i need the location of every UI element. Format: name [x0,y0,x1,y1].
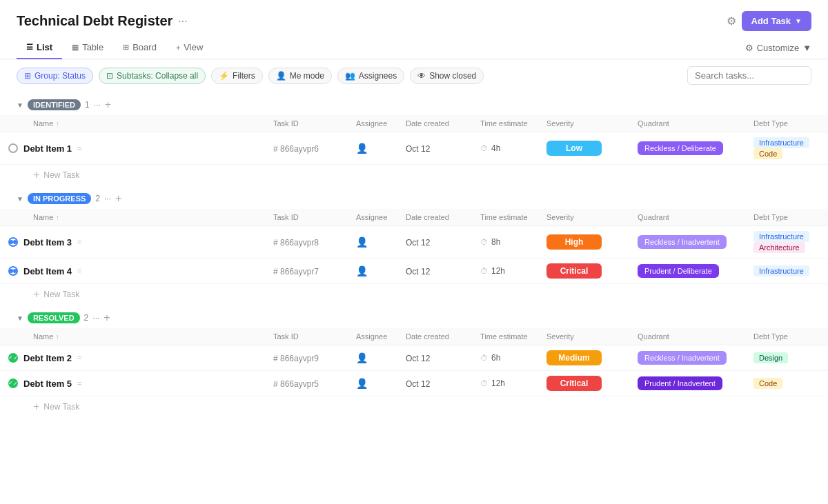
search-box[interactable] [687,66,811,85]
new-task-row[interactable]: + New Task [0,284,828,305]
assignee-cell[interactable]: 👤 [348,132,397,165]
debt-type-tag: Design [753,352,788,363]
section-add-icon[interactable]: + [115,192,121,205]
time-icon: ⏱ [480,379,488,387]
section-toggle-icon[interactable]: ▼ [17,195,23,203]
new-task-cell[interactable]: + New Task [0,165,828,186]
tab-board-label: Board [132,42,157,52]
assignee-icon[interactable]: 👤 [356,352,368,363]
section-add-icon[interactable]: + [103,312,110,324]
task-name[interactable]: Debt Item 4 [23,266,72,276]
task-status-circle [8,237,18,247]
section-header-inprogress[interactable]: ▼ IN PROGRESS 2 ··· + [0,185,828,209]
assignee-cell[interactable]: 👤 [348,345,397,371]
new-task-row[interactable]: + New Task [0,165,828,186]
task-tag-icon[interactable]: = [77,354,81,362]
settings-icon[interactable]: ⚙ [727,14,736,28]
subtasks-chip[interactable]: ⊡ Subtasks: Collapse all [99,68,206,84]
task-tag-icon[interactable]: = [77,238,81,246]
assignee-icon[interactable]: 👤 [356,265,368,276]
section-more-icon[interactable]: ··· [104,194,111,203]
tab-board[interactable]: ⊞ Board [113,37,166,59]
section-toggle-icon[interactable]: ▼ [17,314,23,322]
table-identified: Name ↑ Task ID Assignee Date created Tim… [0,115,828,185]
task-name[interactable]: Debt Item 2 [23,353,72,363]
section-header-identified[interactable]: ▼ IDENTIFIED 1 ··· + [0,92,828,115]
tab-view[interactable]: + View [166,37,213,59]
debt-type-tag: Infrastructure [753,265,809,276]
col-header-severity: Severity [538,115,629,132]
section-badge-identified: IDENTIFIED [28,99,81,110]
task-tag-icon[interactable]: = [77,267,81,275]
section-toggle-icon[interactable]: ▼ [17,101,23,109]
table-row[interactable]: Debt Item 4 = # 866ayvpr7 👤 Oct 12 ⏱ 12h… [0,259,828,284]
severity-badge: Medium [546,350,602,365]
view-icon: + [176,43,180,52]
assignees-chip[interactable]: 👥 Assignees [337,68,404,84]
assignee-icon[interactable]: 👤 [356,236,368,248]
debt-type-tag: Code [753,378,782,389]
task-tag-icon[interactable]: = [77,144,81,152]
table-row[interactable]: ✓ Debt Item 2 = # 866ayvpr9 👤 Oct 12 ⏱ 6… [0,345,828,371]
section-inprogress: ▼ IN PROGRESS 2 ··· + Name ↑ Task ID Ass… [0,185,828,305]
quadrant-cell: Reckless / Inadvertent [629,345,745,371]
table-row[interactable]: Debt Item 3 = # 866ayvpr8 👤 Oct 12 ⏱ 8h … [0,226,828,259]
time-estimate-text: 4h [491,143,500,153]
time-cell: ⏱ 4h [472,132,538,165]
time-cell: ⏱ 12h [472,371,538,396]
search-input[interactable] [687,66,811,85]
date-text: Oct 12 [406,354,430,363]
col-header-assignee: Assignee [348,209,397,226]
new-task-cell[interactable]: + New Task [0,396,828,418]
col-header-quadrant: Quadrant [629,328,745,345]
table-body-inprogress: Debt Item 3 = # 866ayvpr8 👤 Oct 12 ⏱ 8h … [0,226,828,305]
time-estimate-text: 8h [491,237,500,247]
table-resolved: Name ↑ Task ID Assignee Date created Tim… [0,328,828,417]
add-task-button[interactable]: Add Task ▼ [742,11,811,31]
assignee-icon[interactable]: 👤 [356,143,368,154]
showclosed-chip[interactable]: 👁 Show closed [410,68,484,84]
task-id: # 866ayvpr6 [273,144,319,154]
section-more-icon[interactable]: ··· [94,100,101,110]
section-header-resolved[interactable]: ▼ RESOLVED 2 ··· + [0,305,828,328]
subtasks-label: Subtasks: Collapse all [117,71,198,81]
assignee-icon[interactable]: 👤 [356,378,368,389]
section-add-icon[interactable]: + [105,99,111,111]
col-header-date: Date created [397,115,472,132]
table-body-identified: Debt Item 1 = # 866ayvpr6 👤 Oct 12 ⏱ 4h … [0,132,828,186]
quadrant-cell: Reckless / Inadvertent [629,226,745,259]
task-tag-icon[interactable]: = [77,379,81,387]
task-id: # 866ayvpr5 [273,379,319,389]
customize-button[interactable]: ⚙ Customize ▼ [745,43,811,53]
group-status-chip[interactable]: ⊞ Group: Status [17,68,93,84]
task-name[interactable]: Debt Item 1 [23,143,72,154]
task-name[interactable]: Debt Item 3 [23,237,72,248]
memode-chip[interactable]: 👤 Me mode [268,68,332,84]
severity-cell: High [538,226,629,259]
assignee-cell[interactable]: 👤 [348,371,397,396]
filters-icon: ⚡ [219,71,229,81]
table-row[interactable]: Debt Item 1 = # 866ayvpr6 👤 Oct 12 ⏱ 4h … [0,132,828,165]
assignee-cell[interactable]: 👤 [348,259,397,284]
customize-label: Customize [757,43,799,53]
section-more-icon[interactable]: ··· [92,313,99,323]
new-task-cell[interactable]: + New Task [0,284,828,305]
section-badge-resolved: RESOLVED [28,312,80,323]
task-id-cell: # 866ayvpr8 [265,226,348,259]
assignee-cell[interactable]: 👤 [348,226,397,259]
col-header-severity: Severity [538,328,629,345]
quadrant-badge: Prudent / Deliberate [638,264,719,278]
tabs-bar: ☰ List ▦ Table ⊞ Board + View ⚙ Customiz… [0,37,828,59]
severity-badge: Critical [546,376,602,391]
severity-badge: High [546,234,602,250]
memode-icon: 👤 [276,71,286,81]
col-header-date: Date created [397,328,472,345]
new-task-row[interactable]: + New Task [0,396,828,418]
task-name[interactable]: Debt Item 5 [23,379,72,389]
tab-table[interactable]: ▦ Table [62,37,113,59]
quadrant-badge: Reckless / Inadvertent [638,235,727,249]
more-options-icon[interactable]: ··· [178,15,187,28]
filters-chip[interactable]: ⚡ Filters [211,68,263,84]
table-row[interactable]: ✓ Debt Item 5 = # 866ayvpr5 👤 Oct 12 ⏱ 1… [0,371,828,396]
tab-list[interactable]: ☰ List [17,37,62,59]
